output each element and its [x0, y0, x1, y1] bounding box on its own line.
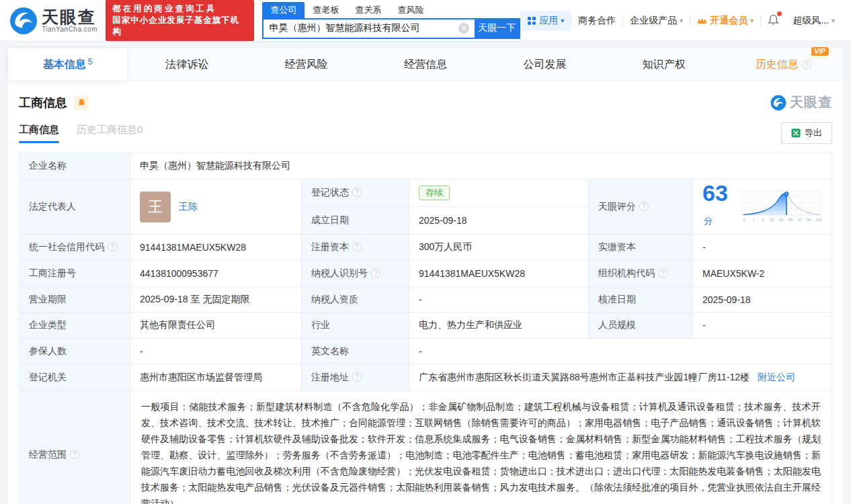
score-axis-ticks: 0 1 3 15 50 85 97 99 100 [743, 217, 822, 221]
tab-history-info[interactable]: 历史信息? VIP [724, 48, 843, 81]
chevron-down-icon: ▾ [832, 17, 835, 24]
org-code-value: MAEUX5KW-2 [693, 261, 832, 287]
help-icon[interactable]: ? [352, 187, 362, 197]
watermark-text: 天眼查 [790, 93, 832, 112]
vip-badge: VIP [811, 47, 829, 56]
help-icon[interactable]: ? [658, 268, 667, 278]
business-info-table: 企业名称 申昊（惠州）智慧能源科技有限公司 法定代表人 王 王陈 登记状态? 存… [19, 152, 832, 504]
field-label: 企业类型 [19, 312, 130, 339]
nav-cooperation[interactable]: 商务合作 [571, 15, 622, 27]
field-label: 营业期限 [19, 287, 130, 312]
english-name-value: - [409, 339, 832, 364]
logo-text: 天眼查 [42, 8, 97, 26]
tab-basic-info[interactable]: 基本信息5 [8, 48, 127, 81]
search-area: 查公司 查老板 查关系 查风险 ✕ 天眼一下 [262, 3, 520, 39]
help-icon[interactable]: ? [108, 242, 117, 251]
top-header: 天眼查 TianYanCha.com 都在用的商业查询工具 国家中小企业发展子基… [0, 0, 851, 42]
reg-capital-value: 300万人民币 [409, 235, 589, 261]
nav-enterprise[interactable]: 企业级产品 ▾ [623, 15, 690, 27]
field-label: 统一社会信用代码? [19, 235, 130, 261]
help-icon[interactable]: ? [352, 242, 362, 251]
slogan-line1: 都在用的商业查询工具 [112, 3, 247, 15]
nav-vip-membership[interactable]: 开通会员 ▾ [690, 15, 760, 27]
reg-status-cell: 存续 [409, 179, 589, 207]
search-tab-boss[interactable]: 查老板 [305, 2, 347, 18]
clear-search-icon[interactable]: ✕ [458, 23, 469, 34]
field-label: 组织机构代码? [589, 261, 693, 287]
logo-swirl-icon [770, 95, 786, 111]
status-badge: 存续 [419, 185, 450, 200]
tab-operating-info[interactable]: 经营信息 [366, 48, 485, 81]
app-grid-icon [527, 16, 536, 26]
taxpayer-quality-value: - [409, 287, 589, 312]
nav-vip-label: 开通会员 [710, 15, 747, 27]
paid-capital-value: - [693, 235, 832, 261]
tab-operating-risk[interactable]: 经营风险 [247, 48, 366, 81]
help-icon[interactable]: ? [639, 202, 649, 211]
excel-icon [791, 128, 801, 138]
crown-icon [697, 16, 707, 25]
svg-text:3: 3 [762, 217, 765, 221]
svg-text:1: 1 [753, 217, 756, 221]
score-distribution-chart: 0 1 3 15 50 85 97 99 100 [741, 187, 822, 227]
chevron-down-icon: ▾ [680, 17, 683, 24]
export-button[interactable]: 导出 [781, 122, 832, 144]
taxpayer-id-value: 91441381MAEUX5KW28 [409, 261, 589, 287]
company-section-tabs: 基本信息5 法律诉讼 经营风险 经营信息 公司发展 知识产权 历史信息? VIP [8, 48, 843, 81]
notification-bell[interactable] [761, 14, 786, 28]
reg-address-value: 广东省惠州市惠阳区秋长街道天翼路88号惠州市正基科技产业园1幢厂房11-12楼 [419, 372, 749, 382]
tab-intellectual-property[interactable]: 知识产权 [604, 48, 723, 81]
field-label: 行业 [302, 312, 409, 339]
field-label: 注册资本? [302, 235, 409, 261]
reg-number-value: 441381000953677 [130, 261, 302, 287]
tianyancha-logo[interactable]: 天眼查 TianYanCha.com [9, 7, 97, 35]
business-info-card: 工商信息 天眼查 工商信息 历史工商信息0 导出 [8, 81, 843, 504]
company-type-value: 其他有限责任公司 [130, 312, 302, 339]
field-label: 实缴资本 [589, 235, 693, 261]
field-label: 经营范围? [19, 391, 130, 504]
legal-rep-link[interactable]: 王陈 [179, 201, 198, 213]
help-icon[interactable]: ? [802, 60, 811, 69]
nearby-companies-link[interactable]: 附近公司 [758, 372, 795, 382]
chevron-down-icon: ▾ [750, 17, 754, 24]
search-tab-risk[interactable]: 查风险 [389, 2, 432, 18]
avatar[interactable]: 王 [140, 192, 171, 222]
spacer [0, 42, 851, 48]
tab-count: 5 [88, 57, 93, 67]
nav-super-risk[interactable]: 超级风... ▾ [786, 15, 842, 27]
logo-domain: TianYanCha.com [42, 26, 97, 33]
tab-basic-info-label: 基本信息 [43, 58, 86, 70]
chevron-down-icon: ▾ [561, 17, 564, 24]
tab-legal-proceedings[interactable]: 法律诉讼 [127, 48, 246, 81]
field-label: 登记状态? [302, 179, 409, 207]
header-nav: 应用 ▾ 商务合作 企业级产品 ▾ 开通会员 ▾ 超级风... [520, 11, 842, 31]
field-label: 工商注册号 [19, 261, 130, 287]
search-tab-company[interactable]: 查公司 [262, 2, 305, 18]
svg-text:15: 15 [770, 217, 775, 221]
search-tab-relation[interactable]: 查关系 [347, 2, 389, 18]
nav-apps[interactable]: 应用 ▾ [520, 11, 571, 31]
search-button[interactable]: 天眼一下 [475, 19, 519, 38]
search-input[interactable] [264, 19, 458, 38]
industry-value: 电力、热力生产和供应业 [409, 312, 589, 339]
field-label: 人员规模 [589, 312, 693, 339]
slogan-line2: 国家中小企业发展子基金旗下机构 [112, 15, 247, 38]
tab-company-development[interactable]: 公司发展 [485, 48, 604, 81]
search-box: ✕ 天眼一下 [262, 18, 520, 39]
help-icon[interactable]: ? [371, 268, 380, 278]
help-icon[interactable]: ? [70, 450, 79, 459]
logo-swirl-icon [9, 7, 38, 35]
field-label: 参保人数 [19, 339, 130, 364]
tianyancha-watermark: 天眼查 [770, 93, 832, 112]
subtab-history-business-info[interactable]: 历史工商信息0 [77, 124, 143, 143]
monitor-bell-button[interactable] [74, 95, 89, 110]
reg-authority-value: 惠州市惠阳区市场监督管理局 [130, 364, 302, 391]
svg-text:85: 85 [788, 217, 793, 221]
field-label: 注册地址? [302, 364, 409, 391]
svg-text:99: 99 [807, 217, 812, 221]
help-icon[interactable]: ? [352, 372, 362, 382]
field-label: 天眼评分? [589, 179, 693, 235]
export-label: 导出 [805, 127, 822, 139]
subtab-business-info[interactable]: 工商信息 [19, 124, 59, 143]
field-label: 登记机关 [19, 364, 130, 391]
